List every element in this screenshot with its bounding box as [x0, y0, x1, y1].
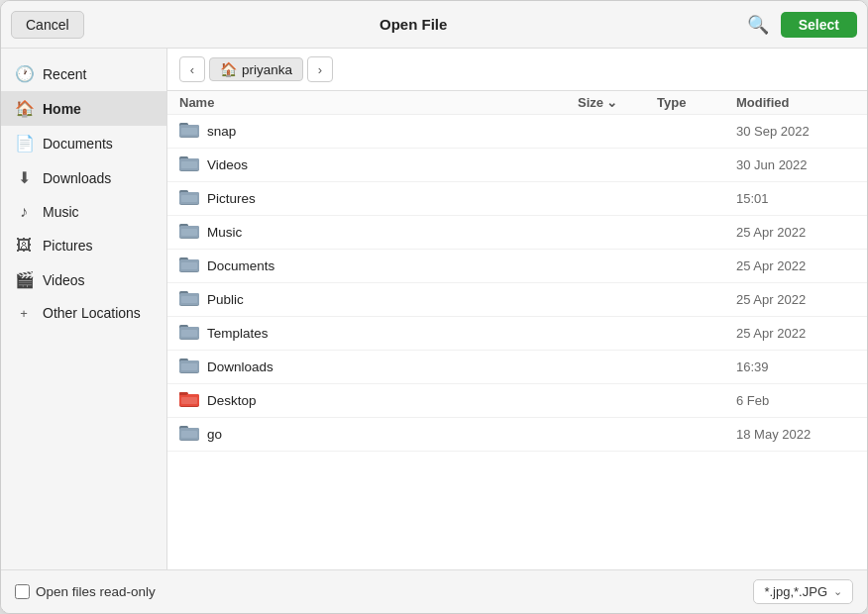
- cancel-button[interactable]: Cancel: [11, 11, 84, 39]
- col-type-header: Type: [657, 95, 736, 110]
- svg-rect-36: [181, 397, 197, 404]
- home-icon: 🏠: [15, 99, 33, 118]
- sidebar-item-label: Documents: [43, 136, 113, 152]
- folder-icon: [179, 120, 199, 138]
- sidebar-item-documents[interactable]: 📄 Documents: [1, 126, 166, 160]
- file-modified: 25 Apr 2022: [736, 258, 855, 273]
- downloads-icon: ⬇: [15, 168, 33, 187]
- file-name: Pictures: [207, 191, 578, 206]
- folder-icon: [179, 187, 199, 205]
- sidebar-item-home[interactable]: 🏠 Home: [1, 91, 166, 126]
- table-row[interactable]: Pictures 15:01: [167, 182, 867, 216]
- breadcrumb-location: priyanka: [242, 62, 292, 77]
- file-name: Templates: [207, 326, 578, 341]
- sidebar-item-pictures[interactable]: 🖼 Pictures: [1, 229, 166, 262]
- file-modified: 30 Sep 2022: [736, 124, 855, 139]
- svg-rect-40: [181, 431, 197, 438]
- file-icon: [179, 322, 199, 345]
- breadcrumb-bar: ‹ 🏠 priyanka ›: [167, 49, 867, 91]
- file-modified: 25 Apr 2022: [736, 292, 855, 307]
- header-right: 🔍 Select: [743, 10, 857, 40]
- home-icon: 🏠: [220, 61, 237, 77]
- svg-rect-27: [181, 330, 197, 337]
- svg-rect-15: [181, 229, 197, 236]
- sidebar-item-music[interactable]: ♪ Music: [1, 195, 166, 229]
- videos-icon: 🎬: [15, 270, 33, 289]
- file-name: snap: [207, 124, 578, 139]
- file-list-container: Name Size ⌄ Type Modified snap 30 Sep 20…: [167, 91, 867, 569]
- open-file-dialog: Cancel Open File 🔍 Select 🕐 Recent🏠 Home…: [0, 0, 868, 614]
- readonly-checkbox[interactable]: [15, 584, 30, 599]
- table-row[interactable]: go 18 May 2022: [167, 418, 867, 452]
- table-row[interactable]: Public 25 Apr 2022: [167, 283, 867, 317]
- dialog-body: 🕐 Recent🏠 Home📄 Documents⬇ Downloads♪ Mu…: [1, 49, 867, 569]
- other-locations-icon: +: [15, 306, 33, 321]
- file-name: Documents: [207, 258, 578, 273]
- sidebar-item-other-locations[interactable]: + Other Locations: [1, 297, 166, 329]
- table-row[interactable]: snap 30 Sep 2022: [167, 115, 867, 149]
- dialog-title: Open File: [84, 16, 743, 33]
- file-name: Music: [207, 225, 578, 240]
- folder-icon: [179, 423, 199, 441]
- table-row[interactable]: Videos 30 Jun 2022: [167, 149, 867, 182]
- sidebar-item-recent[interactable]: 🕐 Recent: [1, 56, 166, 91]
- folder-icon: [179, 288, 199, 306]
- file-name: Public: [207, 292, 578, 307]
- filter-dropdown[interactable]: *.jpg,*.JPG ⌄: [753, 579, 853, 604]
- file-modified: 16:39: [736, 359, 855, 374]
- sidebar-item-label: Videos: [43, 272, 85, 288]
- svg-rect-3: [181, 128, 197, 135]
- music-icon: ♪: [15, 203, 33, 221]
- sidebar-item-label: Downloads: [43, 170, 111, 186]
- sidebar-item-label: Music: [43, 204, 79, 220]
- table-row[interactable]: Templates 25 Apr 2022: [167, 317, 867, 351]
- table-row[interactable]: Desktop 6 Feb: [167, 384, 867, 418]
- table-row[interactable]: Documents 25 Apr 2022: [167, 250, 867, 283]
- filter-label: *.jpg,*.JPG: [764, 584, 827, 599]
- file-icon: [179, 120, 199, 143]
- pictures-icon: 🖼: [15, 237, 33, 255]
- file-list-header: Name Size ⌄ Type Modified: [167, 91, 867, 115]
- svg-rect-35: [179, 392, 187, 395]
- file-icon: [179, 288, 199, 311]
- dropdown-arrow-icon: ⌄: [833, 585, 842, 598]
- file-modified: 25 Apr 2022: [736, 225, 855, 240]
- forward-button[interactable]: ›: [307, 56, 333, 82]
- sidebar: 🕐 Recent🏠 Home📄 Documents⬇ Downloads♪ Mu…: [1, 49, 167, 569]
- search-button[interactable]: 🔍: [743, 10, 773, 40]
- col-size-header[interactable]: Size ⌄: [578, 95, 657, 110]
- recent-icon: 🕐: [15, 64, 33, 83]
- file-rows-container: snap 30 Sep 2022 Videos 30 Jun 2022 Pict…: [167, 115, 867, 452]
- readonly-checkbox-label[interactable]: Open files read-only: [15, 584, 156, 599]
- folder-icon: [179, 154, 199, 171]
- folder-icon: [179, 356, 199, 373]
- file-name: Videos: [207, 157, 578, 172]
- folder-icon: [179, 322, 199, 340]
- svg-rect-11: [181, 195, 197, 202]
- svg-rect-31: [181, 363, 197, 370]
- sidebar-item-downloads[interactable]: ⬇ Downloads: [1, 160, 166, 195]
- file-icon: [179, 255, 199, 277]
- sidebar-item-label: Home: [43, 101, 81, 117]
- main-panel: ‹ 🏠 priyanka › Name Size ⌄ Type Modified: [167, 49, 867, 569]
- file-icon: [179, 389, 199, 412]
- select-button[interactable]: Select: [781, 12, 857, 38]
- sidebar-item-label: Other Locations: [43, 305, 141, 321]
- table-row[interactable]: Downloads 16:39: [167, 351, 867, 384]
- sort-icon: ⌄: [606, 95, 617, 110]
- readonly-label: Open files read-only: [36, 584, 156, 599]
- file-icon: [179, 187, 199, 210]
- table-row[interactable]: Music 25 Apr 2022: [167, 216, 867, 250]
- sidebar-item-label: Pictures: [43, 238, 93, 254]
- file-modified: 15:01: [736, 191, 855, 206]
- dialog-footer: Open files read-only *.jpg,*.JPG ⌄: [1, 569, 867, 613]
- svg-rect-23: [181, 296, 197, 303]
- back-button[interactable]: ‹: [179, 56, 205, 82]
- documents-icon: 📄: [15, 134, 33, 153]
- file-icon: [179, 221, 199, 244]
- breadcrumb-chip[interactable]: 🏠 priyanka: [209, 57, 303, 81]
- file-modified: 18 May 2022: [736, 427, 855, 442]
- folder-icon: [179, 389, 199, 407]
- search-icon: 🔍: [747, 15, 769, 35]
- sidebar-item-videos[interactable]: 🎬 Videos: [1, 262, 166, 297]
